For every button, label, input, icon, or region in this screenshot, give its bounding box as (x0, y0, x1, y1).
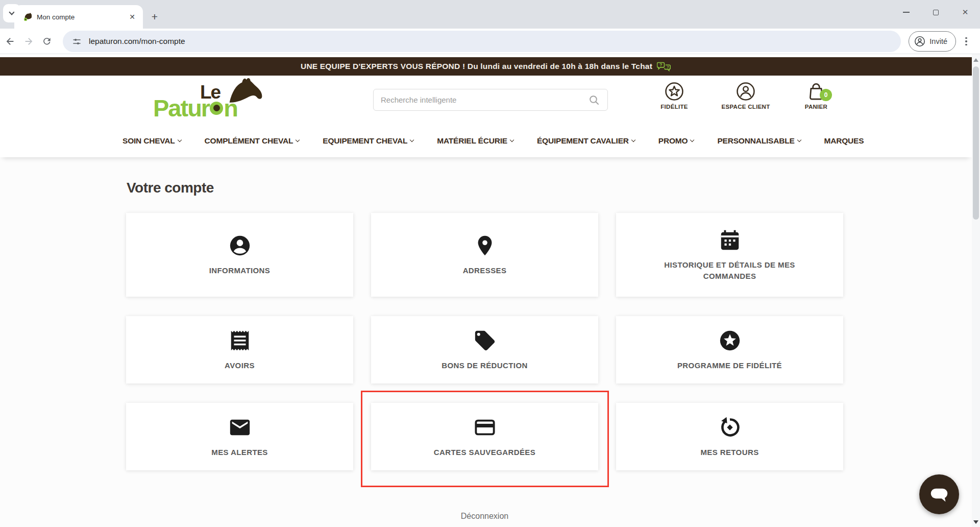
browser-tab-mon-compte[interactable]: Mon compte ✕ (14, 5, 143, 29)
account-card-bons-de-reduction[interactable]: BONS DE RÉDUCTION (371, 316, 598, 384)
nav-item-complement-cheval[interactable]: COMPLÉMENT CHEVAL (205, 136, 300, 146)
chevron-down-icon (296, 138, 300, 142)
calendar-icon (718, 228, 742, 252)
tab-title: Mon compte (37, 13, 128, 21)
svg-text:?: ? (659, 62, 662, 67)
scroll-up-arrow-icon[interactable] (973, 58, 978, 62)
search-box (373, 89, 608, 111)
site-settings-icon (72, 37, 82, 46)
envelope-icon (228, 416, 252, 439)
logo-o-ring (210, 102, 223, 115)
account-card-mes-retours[interactable]: MES RETOURS (616, 403, 843, 470)
account-card-historique-commandes[interactable]: HISTORIQUE ET DÉTAILS DE MES COMMANDES (616, 213, 843, 297)
site-favicon-horse-icon (22, 12, 32, 21)
window-close-button[interactable]: ✕ (950, 0, 980, 25)
logo-text-paturon: Paturn (153, 96, 237, 120)
scroll-down-arrow-icon[interactable] (973, 520, 978, 524)
account-card-avoirs[interactable]: AVOIRS (126, 316, 353, 384)
account-card-mes-alertes[interactable]: MES ALERTES (126, 403, 353, 470)
page-title: Votre compte (127, 180, 972, 196)
plus-icon: + (152, 11, 158, 23)
account-card-cartes-sauvegardees[interactable]: CARTES SAUVEGARDÉES (371, 403, 598, 470)
card-label: INFORMATIONS (209, 265, 271, 276)
header-action-espace-client[interactable]: ESPACE CLIENT (713, 82, 779, 110)
map-pin-icon (473, 234, 497, 257)
search-icon[interactable] (588, 94, 600, 106)
header-action-fidelite[interactable]: FIDÉLITE (641, 82, 707, 110)
browser-profile-button[interactable]: Invité (909, 31, 956, 52)
header-action-label: ESPACE CLIENT (721, 104, 770, 110)
reload-icon (42, 36, 52, 46)
nav-item-personnalisable[interactable]: PERSONNALISABLE (717, 136, 800, 146)
restore-icon (933, 10, 939, 15)
url-text: lepaturon.com/mon-compte (89, 37, 185, 46)
account-cards-grid: INFORMATIONS ADRESSES (126, 213, 843, 470)
header-action-panier[interactable]: PANIER 0 (783, 82, 849, 110)
card-label: ADRESSES (463, 265, 507, 276)
back-arrow-icon (5, 36, 16, 47)
card-label: MES RETOURS (700, 447, 758, 458)
receipt-icon (228, 329, 252, 352)
site-announcement-bar: UNE EQUIPE D'EXPERTS VOUS RÉPOND ! Du lu… (0, 57, 972, 76)
cart-count-badge: 0 (820, 89, 832, 101)
window-restore-button[interactable] (921, 0, 950, 25)
chat-widget-button[interactable] (919, 474, 959, 514)
announcement-text: UNE EQUIPE D'EXPERTS VOUS RÉPOND ! Du lu… (301, 62, 652, 71)
search-input[interactable] (381, 95, 588, 104)
site-header: Le Paturn FIDÉLITE (0, 76, 972, 125)
guest-profile-icon (914, 36, 925, 47)
tab-close-icon[interactable]: ✕ (128, 12, 137, 21)
window-minimize-button[interactable] (891, 0, 921, 25)
profile-label: Invité (929, 37, 947, 45)
window-controls: ✕ (891, 0, 980, 25)
nav-item-soin-cheval[interactable]: SOIN CHEVAL (122, 136, 181, 146)
nav-item-promo[interactable]: PROMO (658, 136, 694, 146)
chat-bubble-icon (929, 485, 949, 504)
chevron-down-icon (510, 138, 514, 142)
header-action-label: PANIER (805, 104, 827, 110)
screen: Mon compte ✕ + ✕ lepaturon.com/mon-compt… (0, 0, 980, 527)
account-card-adresses[interactable]: ADRESSES (371, 213, 598, 297)
minimize-icon (903, 12, 910, 13)
chevron-down-icon (177, 138, 181, 142)
close-icon: ✕ (962, 8, 969, 17)
credit-card-icon (473, 416, 497, 439)
reload-button[interactable] (38, 32, 56, 51)
card-label: BONS DE RÉDUCTION (442, 360, 527, 371)
site-logo[interactable]: Le Paturn (153, 81, 268, 123)
card-label: MES ALERTES (211, 447, 268, 458)
back-button[interactable] (1, 32, 19, 51)
nav-item-materiel-ecurie[interactable]: MATÉRIEL ÉCURIE (437, 136, 513, 146)
account-page: Votre compte INFORMATIONS (0, 157, 972, 527)
star-badge-icon (718, 329, 742, 352)
header-action-label: FIDÉLITE (660, 104, 688, 110)
logout-link[interactable]: Déconnexion (126, 512, 843, 521)
address-bar[interactable]: lepaturon.com/mon-compte (63, 31, 901, 52)
new-tab-button[interactable]: + (148, 10, 161, 23)
chat-bubbles-icon[interactable]: ? ? (657, 60, 671, 73)
dots-menu-icon (965, 37, 967, 39)
forward-arrow-icon (23, 36, 34, 47)
chevron-down-icon (690, 138, 694, 142)
account-card-informations[interactable]: INFORMATIONS (126, 213, 353, 297)
nav-item-marques[interactable]: MARQUES (824, 136, 864, 146)
card-label: HISTORIQUE ET DÉTAILS DE MES COMMANDES (653, 259, 806, 282)
scrollbar-thumb[interactable] (973, 66, 979, 220)
nav-item-equipement-cavalier[interactable]: ÉQUIPEMENT CAVALIER (537, 136, 635, 146)
browser-menu-button[interactable] (960, 35, 973, 48)
account-card-programme-fidelite[interactable]: PROGRAMME DE FIDÉLITÉ (616, 316, 843, 384)
svg-text:?: ? (667, 65, 669, 69)
return-arrow-icon (718, 416, 742, 439)
page-scrollbar[interactable] (972, 54, 980, 527)
nav-item-equipement-cheval[interactable]: EQUIPEMENT CHEVAL (323, 136, 413, 146)
chevron-down-icon (410, 138, 414, 142)
browser-toolbar: lepaturon.com/mon-compte Invité (0, 29, 980, 54)
tag-icon (473, 329, 497, 352)
user-circle-icon (736, 82, 755, 101)
forward-button[interactable] (19, 32, 38, 51)
chevron-down-icon (9, 9, 14, 15)
card-label: CARTES SAUVEGARDÉES (434, 447, 535, 458)
chevron-down-icon (797, 138, 801, 142)
person-circle-icon (228, 234, 252, 257)
main-navigation: SOIN CHEVAL COMPLÉMENT CHEVAL EQUIPEMENT… (0, 125, 972, 157)
